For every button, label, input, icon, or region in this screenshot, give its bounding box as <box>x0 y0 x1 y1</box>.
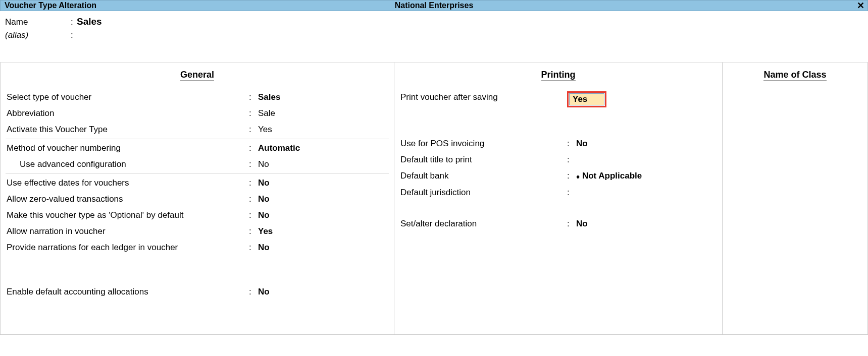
title-print-label: Default title to print <box>400 152 567 168</box>
print-after-value[interactable]: Yes <box>569 93 604 105</box>
bank-value[interactable]: ♦ Not Applicable <box>576 168 642 185</box>
titlebar: Voucher Type Alteration National Enterpr… <box>0 0 868 11</box>
row-advconfig: Use advanced configuration : No <box>6 156 389 172</box>
alloc-value[interactable]: No <box>258 284 270 300</box>
abbrev-label: Abbreviation <box>7 105 249 122</box>
row-abbrev: Abbreviation : Sale <box>6 105 389 122</box>
close-icon[interactable]: ✕ <box>857 1 864 10</box>
zero-label: Allow zero-valued transactions <box>7 191 249 207</box>
row-ledger-narr: Provide narrations for each ledger in vo… <box>6 240 389 256</box>
print-after-label: Print voucher after saving <box>400 89 567 105</box>
header-area: Name : Sales (alias) : <box>0 11 868 63</box>
advconfig-value[interactable]: No <box>258 156 269 172</box>
row-alloc: Enable default accounting allocations : … <box>6 284 389 300</box>
printing-title: Printing <box>399 70 717 80</box>
name-label: Name <box>5 16 71 29</box>
general-title: General <box>6 70 389 80</box>
ledger-narr-label: Provide narrations for each ledger in vo… <box>7 240 249 256</box>
divider <box>6 173 389 174</box>
declaration-label: Set/alter declaration <box>400 216 567 232</box>
row-numbering: Method of voucher numbering : Automatic <box>6 140 389 156</box>
optional-label: Make this voucher type as 'Optional' by … <box>7 207 249 223</box>
row-pos: Use for POS invoicing : No <box>399 136 717 152</box>
jurisdiction-label: Default jurisdiction <box>400 185 567 201</box>
row-zero: Allow zero-valued transactions : No <box>6 191 389 207</box>
activate-value[interactable]: Yes <box>258 122 272 138</box>
row-title-print: Default title to print : <box>399 152 717 168</box>
diamond-icon: ♦ <box>576 172 580 181</box>
name-value[interactable]: Sales <box>77 15 102 28</box>
narration-label: Allow narration in voucher <box>7 223 249 240</box>
print-after-highlight: Yes <box>567 91 606 107</box>
divider <box>6 139 389 139</box>
advconfig-label: Use advanced configuration <box>7 156 249 172</box>
row-select-type: Select type of voucher : Sales <box>6 89 389 105</box>
row-activate: Activate this Voucher Type : Yes <box>6 122 389 138</box>
select-type-label: Select type of voucher <box>7 89 249 105</box>
declaration-value[interactable]: No <box>576 216 588 232</box>
row-bank: Default bank : ♦ Not Applicable <box>399 168 717 185</box>
screen-title: Voucher Type Alteration <box>5 1 96 10</box>
zero-value[interactable]: No <box>258 191 270 207</box>
abbrev-value[interactable]: Sale <box>258 105 275 122</box>
class-title: Name of Class <box>728 70 862 80</box>
optional-value[interactable]: No <box>258 207 270 223</box>
alloc-label: Enable default accounting allocations <box>7 284 249 300</box>
alias-label: (alias) <box>5 29 71 42</box>
numbering-label: Method of voucher numbering <box>7 140 249 156</box>
pos-value[interactable]: No <box>576 136 588 152</box>
class-column: Name of Class <box>723 63 867 334</box>
row-jurisdiction: Default jurisdiction : <box>399 185 717 201</box>
ledger-narr-value[interactable]: No <box>258 240 270 256</box>
activate-label: Activate this Voucher Type <box>7 122 249 138</box>
bank-label: Default bank <box>400 168 567 184</box>
row-print-after: Print voucher after saving Yes <box>399 89 717 107</box>
columns-container: General Select type of voucher : Sales A… <box>0 63 868 335</box>
company-name: National Enterprises <box>395 1 474 10</box>
pos-label: Use for POS invoicing <box>400 136 567 152</box>
select-type-value[interactable]: Sales <box>258 89 280 105</box>
row-narration: Allow narration in voucher : Yes <box>6 223 389 240</box>
effdates-value[interactable]: No <box>258 175 270 191</box>
row-declaration: Set/alter declaration : No <box>399 216 717 232</box>
row-optional: Make this voucher type as 'Optional' by … <box>6 207 389 223</box>
general-column: General Select type of voucher : Sales A… <box>1 63 394 334</box>
numbering-value[interactable]: Automatic <box>258 140 300 156</box>
effdates-label: Use effective dates for vouchers <box>7 175 249 191</box>
printing-column: Printing Print voucher after saving Yes … <box>394 63 723 334</box>
narration-value[interactable]: Yes <box>258 223 273 240</box>
row-effdates: Use effective dates for vouchers : No <box>6 175 389 191</box>
